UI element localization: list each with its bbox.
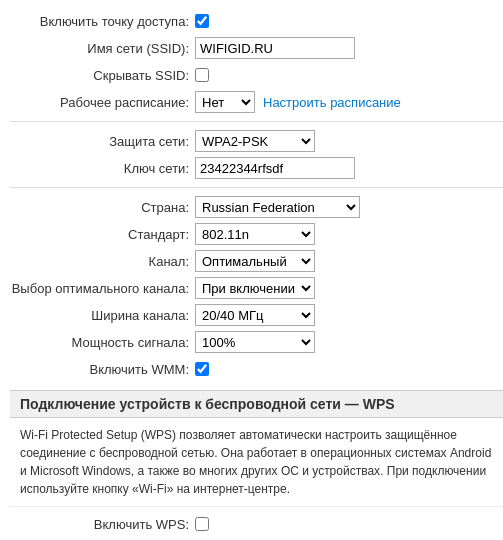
wps-header: Подключение устройств к беспроводной сет… [10,390,503,418]
wps-title-p-prefix: П [20,396,30,412]
hide-ssid-control [195,68,503,82]
key-label: Ключ сети: [10,161,195,176]
divider-2 [10,187,503,188]
channel-control: Оптимальный [195,250,503,272]
standard-select[interactable]: 802.11n [195,223,315,245]
enable-wmm-checkbox[interactable] [195,362,209,376]
enable-wps-control [195,517,503,531]
signal-power-select[interactable]: 100% [195,331,315,353]
enable-ap-row: Включить точку доступа: [10,10,503,32]
country-control: Russian Federation [195,196,503,218]
signal-power-row: Мощность сигнала: 100% [10,331,503,353]
schedule-row: Рабочее расписание: Нет Настроить распис… [10,91,503,113]
wps-title-main: одключение устройств к беспроводной сети… [30,396,395,412]
ssid-label: Имя сети (SSID): [10,41,195,56]
enable-ap-checkbox[interactable] [195,14,209,28]
schedule-label: Рабочее расписание: [10,95,195,110]
key-control [195,157,503,179]
ssid-input[interactable] [195,37,355,59]
ssid-row: Имя сети (SSID): [10,37,503,59]
wps-form: Включить WPS: Использовать пин-код: [10,507,503,540]
signal-power-label: Мощность сигнала: [10,335,195,350]
access-point-form: Включить точку доступа: Имя сети (SSID):… [10,10,503,380]
enable-wps-row: Включить WPS: [10,513,503,535]
channel-label: Канал: [10,254,195,269]
optimal-channel-control: При включении [195,277,503,299]
schedule-select[interactable]: Нет [195,91,255,113]
enable-wps-label: Включить WPS: [10,517,195,532]
hide-ssid-checkbox[interactable] [195,68,209,82]
network-security-control: WPA2-PSK [195,130,503,152]
network-security-label: Защита сети: [10,134,195,149]
channel-width-control: 20/40 МГц [195,304,503,326]
enable-wps-checkbox[interactable] [195,517,209,531]
hide-ssid-row: Скрывать SSID: [10,64,503,86]
enable-ap-label: Включить точку доступа: [10,14,195,29]
enable-wmm-control [195,362,503,376]
country-label: Страна: [10,200,195,215]
country-select[interactable]: Russian Federation [195,196,360,218]
schedule-control: Нет Настроить расписание [195,91,503,113]
channel-width-label: Ширина канала: [10,308,195,323]
wps-section: Подключение устройств к беспроводной сет… [10,390,503,540]
optimal-channel-select[interactable]: При включении [195,277,315,299]
standard-control: 802.11n [195,223,503,245]
main-container: Включить точку доступа: Имя сети (SSID):… [0,0,503,540]
hide-ssid-label: Скрывать SSID: [10,68,195,83]
enable-ap-control [195,14,503,28]
enable-wmm-label: Включить WMM: [10,362,195,377]
key-row: Ключ сети: [10,157,503,179]
divider-1 [10,121,503,122]
channel-row: Канал: Оптимальный [10,250,503,272]
wps-description: Wi-Fi Protected Setup (WPS) позволяет ав… [10,418,503,507]
enable-wmm-row: Включить WMM: [10,358,503,380]
network-security-select[interactable]: WPA2-PSK [195,130,315,152]
country-row: Страна: Russian Federation [10,196,503,218]
channel-width-row: Ширина канала: 20/40 МГц [10,304,503,326]
standard-label: Стандарт: [10,227,195,242]
optimal-channel-label: Выбор оптимального канала: [10,281,195,296]
signal-power-control: 100% [195,331,503,353]
key-input[interactable] [195,157,355,179]
optimal-channel-row: Выбор оптимального канала: При включении [10,277,503,299]
ssid-control [195,37,503,59]
standard-row: Стандарт: 802.11n [10,223,503,245]
channel-select[interactable]: Оптимальный [195,250,315,272]
channel-width-select[interactable]: 20/40 МГц [195,304,315,326]
configure-schedule-link[interactable]: Настроить расписание [263,95,401,110]
network-security-row: Защита сети: WPA2-PSK [10,130,503,152]
